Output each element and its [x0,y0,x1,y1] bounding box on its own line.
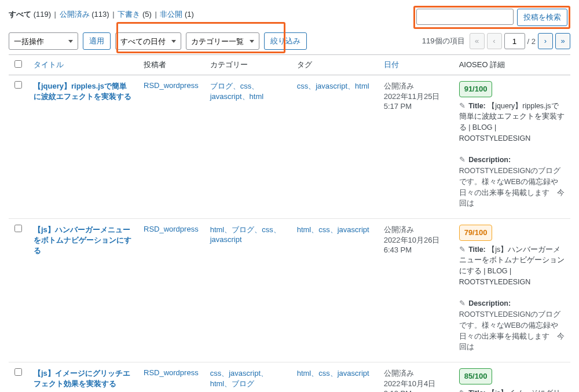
seo-score-badge: 85/100 [459,368,493,384]
row-checkbox[interactable] [14,225,22,232]
search-input[interactable] [416,9,514,25]
col-categories: カテゴリー [210,60,248,69]
date-cell: 公開済み2022年10月26日 6:43 PM [378,219,453,362]
post-title-link[interactable]: 【js】イメージにグリッチエフェクト効果を実装する [34,369,130,388]
col-author: 投稿者 [144,60,166,69]
seo-score-badge: 91/100 [459,81,493,97]
category-links[interactable]: ブログ、css、javascript、html [204,75,291,219]
page-last[interactable]: » [555,33,570,49]
pencil-icon: ✎ [459,156,466,164]
author-link[interactable]: RSD_wordpress [144,368,199,377]
col-tags: タグ [297,60,312,69]
author-link[interactable]: RSD_wordpress [144,225,199,233]
status-draft[interactable]: 下書き [118,10,140,19]
row-checkbox[interactable] [14,368,22,376]
search-box-highlight: 投稿を検索 [413,6,570,29]
col-title[interactable]: タイトル [34,60,64,69]
col-date[interactable]: 日付 [384,60,399,69]
filter-bar: 一括操作 適用 すべての日付 カテゴリー一覧 絞り込み 119個の項目 « ‹ … [9,29,570,54]
aioseo-cell: 85/100✎ Title: 【js】イメージにグリッチエフェクト効果を実装する… [453,362,570,393]
pencil-icon: ✎ [459,246,466,254]
seo-score-badge: 79/100 [459,225,493,241]
post-title-link[interactable]: 【jquery】ripples.jsで簡単に波紋エフェクトを実装する [34,82,131,101]
row-checkbox[interactable] [14,81,22,89]
filter-button[interactable]: 絞り込み [264,32,307,50]
table-row: 【jquery】ripples.jsで簡単に波紋エフェクトを実装するRSD_wo… [9,75,570,219]
apply-button[interactable]: 適用 [83,32,111,50]
status-all[interactable]: すべて [9,10,31,19]
tag-links[interactable]: html、css、javascript [291,219,378,362]
author-link[interactable]: RSD_wordpress [144,81,199,90]
category-filter-select[interactable]: カテゴリー一覧 [186,32,259,50]
category-links[interactable]: html、ブログ、css、javascript [204,219,291,362]
tag-links[interactable]: css、javascript、html [291,75,378,219]
pencil-icon: ✎ [459,299,466,307]
page-input[interactable] [504,33,525,49]
page-next[interactable]: › [538,33,553,49]
tag-links[interactable]: html、css、javascript [291,362,378,393]
aioseo-cell: 91/100✎ Title: 【jquery】ripples.jsで簡単に波紋エ… [453,75,570,219]
search-button[interactable]: 投稿を検索 [517,9,567,26]
status-links: すべて (119) | 公開済み (113) | 下書き (5) | 非公開 (… [9,6,194,22]
page-first[interactable]: « [470,33,485,49]
col-aioseo: AIOSEO 詳細 [459,60,505,69]
status-published[interactable]: 公開済み [60,10,90,19]
date-cell: 公開済み2022年10月4日 3:12 PM [378,362,453,393]
table-row: 【js】ハンバーガーメニューをボトムナビゲーションにするRSD_wordpres… [9,219,570,362]
pagination: 119個の項目 « ‹ / 2 › » [422,33,570,49]
post-title-link[interactable]: 【js】ハンバーガーメニューをボトムナビゲーションにする [34,225,131,255]
date-cell: 公開済み2022年11月25日 5:17 PM [378,75,453,219]
date-filter-select[interactable]: すべての日付 [115,32,181,50]
category-links[interactable]: css、javascript、html、ブログ [204,362,291,393]
table-row: 【js】イメージにグリッチエフェクト効果を実装するRSD_wordpresscs… [9,362,570,393]
aioseo-cell: 79/100✎ Title: 【js】ハンバーガーメニューをボトムナビゲーション… [453,219,570,362]
bulk-action-select[interactable]: 一括操作 [9,32,78,50]
page-prev[interactable]: ‹ [487,33,502,49]
status-private[interactable]: 非公開 [160,10,182,19]
posts-table: タイトル 投稿者 カテゴリー タグ 日付 AIOSEO 詳細 【jquery】r… [9,54,570,392]
item-count: 119個の項目 [422,36,465,46]
pencil-icon: ✎ [459,389,466,393]
pencil-icon: ✎ [459,102,466,110]
page-total: / 2 [527,37,536,46]
select-all-checkbox[interactable] [14,60,22,68]
